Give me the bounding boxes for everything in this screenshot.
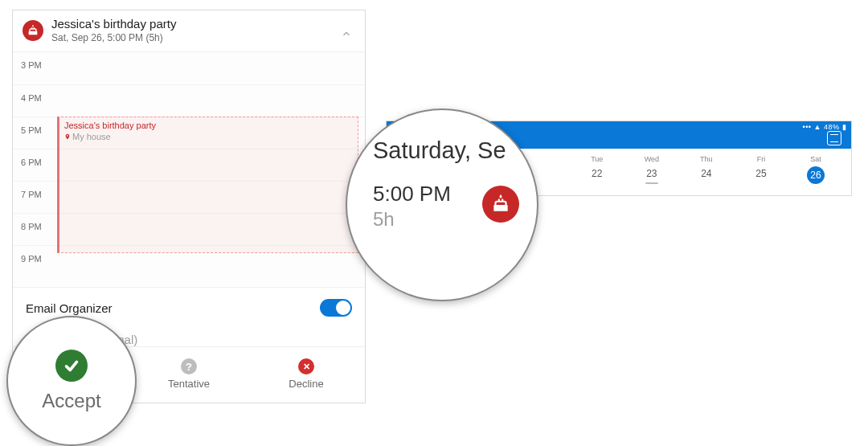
- day-label: Thu: [679, 155, 734, 163]
- email-organizer-label: Email Organizer: [26, 301, 113, 315]
- cake-icon: [23, 20, 43, 41]
- day-number: 25: [734, 168, 788, 179]
- tentative-label: Tentative: [168, 378, 210, 390]
- day-col-wed[interactable]: Wed 23: [624, 155, 679, 184]
- magnifier-accept: Accept: [6, 316, 137, 446]
- day-col-tue[interactable]: Tue 22: [570, 155, 624, 184]
- hour-label: 7 PM: [21, 190, 42, 199]
- chevron-up-icon[interactable]: [341, 28, 352, 39]
- day-number-selected: 26: [807, 166, 825, 184]
- hour-label: 8 PM: [21, 222, 42, 231]
- email-organizer-toggle[interactable]: [320, 299, 352, 317]
- battery-percent: 48%: [824, 123, 840, 131]
- event-block-location: My house: [72, 132, 111, 141]
- wifi-icon: ▲: [814, 123, 821, 131]
- hour-label: 4 PM: [21, 93, 42, 103]
- decline-label: Decline: [289, 378, 323, 390]
- mag-day-line: Saturday, Se: [373, 137, 516, 164]
- decline-icon: [298, 358, 314, 374]
- location-pin-icon: [64, 132, 71, 141]
- magnifier-event-detail: Saturday, Se 5:00 PM 5h: [346, 108, 538, 301]
- day-label: Tue: [570, 155, 624, 163]
- tentative-icon: [181, 358, 197, 374]
- status-bar: ••• ▲ 48% ▮: [803, 123, 846, 131]
- agenda-icon[interactable]: [827, 131, 841, 145]
- tentative-button[interactable]: Tentative: [130, 347, 248, 403]
- day-col-fri[interactable]: Fri 25: [734, 155, 788, 184]
- hour-label: 5 PM: [21, 125, 42, 135]
- decline-button[interactable]: Decline: [248, 347, 365, 403]
- day-number: 23: [624, 168, 679, 184]
- hour-label: 9 PM: [21, 254, 42, 264]
- event-block[interactable]: Jessica's birthday party My house: [57, 117, 358, 253]
- day-label: Sat: [788, 155, 843, 163]
- check-icon: [55, 350, 88, 382]
- day-number: 22: [570, 168, 624, 179]
- day-col-thu[interactable]: Thu 24: [679, 155, 734, 184]
- hour-label: 3 PM: [21, 60, 42, 70]
- day-col-sat[interactable]: Sat 26: [788, 155, 843, 184]
- cake-icon: [482, 186, 519, 223]
- day-number: 24: [679, 168, 734, 179]
- battery-icon: ▮: [842, 123, 847, 131]
- day-label: Wed: [624, 155, 679, 163]
- invite-title: Jessica's birthday party: [51, 17, 176, 31]
- accept-label: Accept: [42, 390, 100, 412]
- invite-header[interactable]: Jessica's birthday party Sat, Sep 26, 5:…: [13, 10, 365, 51]
- day-label: Fri: [734, 155, 788, 163]
- invite-subtitle: Sat, Sep 26, 5:00 PM (5h): [51, 32, 176, 43]
- event-block-title: Jessica's birthday party: [64, 121, 353, 130]
- timeline[interactable]: 3 PM 4 PM 5 PM 6 PM 7 PM 8 PM 9 PM Jessi…: [13, 51, 365, 287]
- hour-label: 6 PM: [21, 158, 42, 167]
